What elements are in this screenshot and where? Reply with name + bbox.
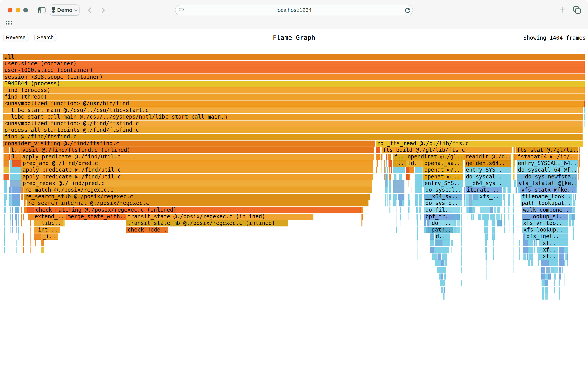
flame-frame[interactable] xyxy=(476,247,476,253)
flame-frame[interactable]: rpl_fts_read @./gl/lib/fts.c xyxy=(376,141,583,147)
flame-frame[interactable] xyxy=(513,247,514,253)
flame-frame[interactable] xyxy=(12,220,13,226)
flame-frame[interactable] xyxy=(542,280,545,286)
flame-frame[interactable]: __libc.. xyxy=(34,220,63,226)
flame-frame[interactable] xyxy=(469,200,472,206)
flame-frame[interactable] xyxy=(508,207,509,213)
flame-frame[interactable] xyxy=(476,220,476,226)
flame-frame[interactable] xyxy=(513,214,514,220)
flame-frame[interactable] xyxy=(18,227,19,233)
flame-frame[interactable] xyxy=(27,207,34,213)
flame-frame[interactable] xyxy=(509,227,509,233)
flame-frame[interactable] xyxy=(419,194,422,200)
flame-frame[interactable] xyxy=(381,154,383,160)
flame-frame[interactable]: pred_and @./find/pred.c xyxy=(21,160,373,167)
flame-frame[interactable]: walk_compone.. xyxy=(522,207,572,213)
flame-frame[interactable] xyxy=(389,187,391,193)
flame-frame[interactable] xyxy=(3,160,9,167)
flame-frame[interactable] xyxy=(437,253,441,260)
flame-frame[interactable] xyxy=(486,260,487,266)
flame-frame[interactable] xyxy=(584,134,584,140)
flame-frame[interactable]: __do_sys_newfsta.. xyxy=(517,174,577,180)
flame-frame[interactable] xyxy=(376,147,380,153)
flame-frame[interactable] xyxy=(493,247,494,253)
flame-frame[interactable] xyxy=(22,187,24,193)
flame-frame[interactable] xyxy=(12,207,13,213)
flame-frame[interactable] xyxy=(9,187,11,193)
flame-frame[interactable] xyxy=(415,194,419,200)
flame-frame[interactable]: _int_.. xyxy=(34,227,60,233)
flame-frame[interactable] xyxy=(30,227,31,233)
flame-frame[interactable] xyxy=(554,287,555,293)
flame-frame[interactable] xyxy=(572,220,574,226)
flame-frame[interactable] xyxy=(16,220,17,226)
flame-frame[interactable] xyxy=(381,167,381,173)
flame-frame[interactable] xyxy=(34,234,41,240)
flame-frame[interactable] xyxy=(559,260,564,266)
flame-frame[interactable] xyxy=(528,247,533,253)
flame-frame[interactable]: re_match @./posix/regexec.c xyxy=(24,187,372,193)
flame-frame[interactable] xyxy=(441,287,443,293)
flame-frame[interactable] xyxy=(484,220,488,226)
flame-frame[interactable] xyxy=(514,180,516,187)
flame-frame[interactable] xyxy=(22,194,23,200)
flame-frame[interactable] xyxy=(445,260,447,266)
flame-frame[interactable] xyxy=(417,253,418,260)
flame-frame[interactable] xyxy=(519,240,520,246)
flame-frame[interactable]: bpf_tr.. xyxy=(424,214,453,220)
flame-frame[interactable] xyxy=(485,234,488,240)
flame-frame[interactable] xyxy=(393,167,405,173)
flame-frame[interactable] xyxy=(16,234,16,240)
flame-frame[interactable] xyxy=(420,220,420,226)
flame-frame[interactable] xyxy=(389,174,391,180)
flame-frame[interactable] xyxy=(524,260,524,266)
flame-frame[interactable] xyxy=(387,167,388,173)
flame-frame[interactable] xyxy=(494,207,496,213)
flame-frame[interactable] xyxy=(470,220,470,226)
flame-frame[interactable] xyxy=(486,274,487,280)
flame-frame[interactable] xyxy=(496,214,500,220)
flame-frame[interactable] xyxy=(443,293,445,300)
flame-frame[interactable]: xfs_.. xyxy=(478,194,502,200)
flame-frame[interactable]: vfs_statx @[ke.. xyxy=(520,187,576,193)
flame-frame[interactable] xyxy=(4,227,5,233)
flame-frame[interactable] xyxy=(387,214,387,220)
flame-frame[interactable] xyxy=(420,227,420,233)
flame-frame[interactable] xyxy=(408,200,410,206)
flame-frame[interactable] xyxy=(35,240,36,246)
flame-frame[interactable] xyxy=(462,240,462,246)
flame-frame[interactable] xyxy=(28,220,29,226)
flame-frame[interactable] xyxy=(472,214,474,220)
flame-frame[interactable]: l.. xyxy=(11,154,21,160)
flame-frame[interactable] xyxy=(435,240,443,246)
flame-frame[interactable] xyxy=(441,260,444,266)
flame-frame[interactable] xyxy=(579,147,580,153)
flame-frame[interactable] xyxy=(513,260,514,266)
flame-frame[interactable]: pred_regex @./find/pred.c xyxy=(21,180,372,187)
flame-frame[interactable] xyxy=(504,214,505,220)
flame-frame[interactable] xyxy=(42,247,44,253)
flame-frame[interactable] xyxy=(389,207,390,213)
flame-frame[interactable]: user.slice (container) xyxy=(3,61,585,67)
flame-frame[interactable] xyxy=(385,174,386,180)
flame-frame[interactable] xyxy=(435,260,441,266)
flame-frame[interactable] xyxy=(529,253,533,260)
flame-frame[interactable] xyxy=(513,267,514,273)
flame-frame[interactable] xyxy=(472,207,475,213)
flame-frame[interactable]: __x64_sy.. xyxy=(424,194,462,200)
flame-frame[interactable] xyxy=(441,274,443,280)
flame-frame[interactable] xyxy=(572,214,575,220)
flame-frame[interactable] xyxy=(451,240,453,246)
flame-frame[interactable] xyxy=(9,154,10,160)
flame-frame[interactable]: <unsymbolized function> @./find/ftsfind.… xyxy=(3,121,583,127)
flame-frame[interactable] xyxy=(478,214,481,220)
flame-frame[interactable] xyxy=(461,207,462,213)
flame-frame[interactable] xyxy=(396,227,397,233)
flame-frame[interactable] xyxy=(384,160,385,167)
flame-frame[interactable]: do_syscall_64 @[.. xyxy=(517,167,577,173)
flame-frame[interactable] xyxy=(490,207,493,213)
flame-frame[interactable] xyxy=(10,160,12,167)
flame-frame[interactable] xyxy=(16,227,17,233)
flame-frame[interactable] xyxy=(462,260,462,266)
flame-frame[interactable] xyxy=(409,227,409,233)
